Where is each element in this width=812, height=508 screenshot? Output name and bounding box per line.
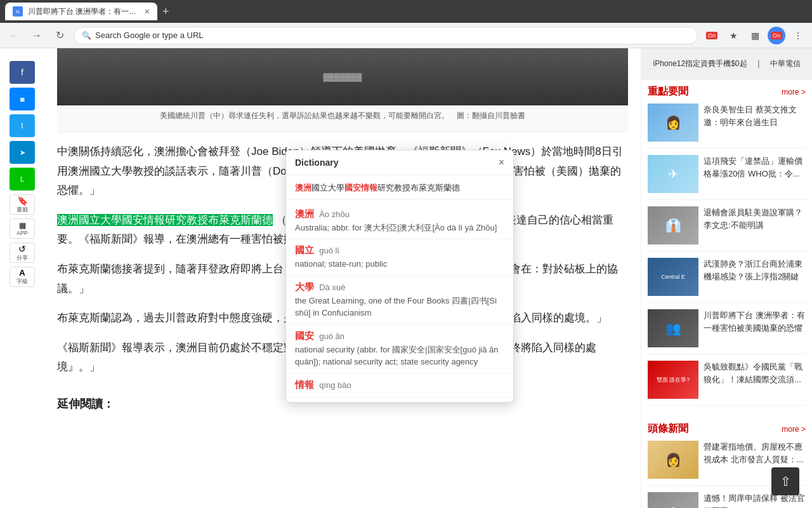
hot-news-thumb-5: 👥 xyxy=(648,309,698,347)
dict-word-4: 國安 guó ān xyxy=(295,330,504,342)
dict-def-2: national; state-run; public xyxy=(295,258,504,271)
profile-badge: On xyxy=(771,32,782,39)
hot-news-header: 重點要聞 more > xyxy=(648,85,806,98)
hot-news-text-4: 武漢肺炎？浙江台商於浦東機場感染？張上淳指2關鍵 xyxy=(704,258,806,296)
headline-thumb-icon-1: 👩 xyxy=(665,452,681,467)
headline-thumb-icon-2: ⚖ xyxy=(667,504,679,508)
hot-news-text-1: 奈良美智生日 蔡英文推文邀：明年來台過生日 xyxy=(704,104,806,142)
article-header-image: ▓▓▓▓▓▓▓ xyxy=(57,48,628,105)
headline-news-thumb-2: ⚖ xyxy=(648,492,698,508)
dict-word-cn-5: 情報 xyxy=(295,379,314,390)
hot-news-item-4[interactable]: Central E 武漢肺炎？浙江台商於浦東機場感染？張上淳指2關鍵 xyxy=(648,258,806,303)
right-sidebar: iPhone12指定資費手機$0起 ｜ 中華電信 重點要聞 more > 👩 奈… xyxy=(641,48,812,508)
dict-def-4: national security (abbr. for 國家安全|国家安全[g… xyxy=(295,344,504,368)
news-thumb-icon-1: 👩 xyxy=(665,115,681,130)
ad-text: iPhone12指定資費手機$0起 ｜ 中華電信 xyxy=(653,58,800,69)
phrase-part-1: 澳洲 xyxy=(295,183,311,192)
cast-button[interactable]: ▩ xyxy=(746,27,764,44)
back-to-top-button[interactable]: ⇧ xyxy=(771,467,799,495)
hot-news-thumb-3: 👔 xyxy=(648,206,698,244)
browser-frame: N 川普即將下台 澳洲學者：有一種... × + ← → ↻ 🔍 Search … xyxy=(0,0,812,508)
share-label: 分享 xyxy=(16,254,28,262)
app-label: APP xyxy=(16,230,28,236)
hot-news-text-6: 吳毓致觀點》令國民黨「戰狼化」！凍結國際交流須... xyxy=(704,361,806,399)
hot-news-thumb-1: 👩 xyxy=(648,104,698,142)
page-content: f ◙ t ➤ L 🔖 書籤 ▦ APP ↺ 分享 A 字級 xyxy=(0,48,812,508)
headline-news-thumb-1: 👩 xyxy=(648,441,698,479)
reload-button[interactable]: ↻ xyxy=(51,27,69,44)
hot-news-text-5: 川普即將下台 澳洲學者：有一種害怕被美國拋棄的恐懼 xyxy=(704,309,806,347)
tab-close-button[interactable]: × xyxy=(145,6,150,17)
hot-news-item-6[interactable]: 雙面 誰在爭? 吳毓致觀點》令國民黨「戰狼化」！凍結國際交流須... xyxy=(648,361,806,406)
dict-entry-1: 澳洲 Ào zhōu Australia; abbr. for 澳大利亞|澳大利… xyxy=(286,203,513,240)
headline-news-more[interactable]: more > xyxy=(782,425,806,434)
dict-pinyin-1: Ào zhōu xyxy=(319,210,350,219)
hot-news-item-3[interactable]: 👔 退輔會派員駐美遊說軍購？李文忠:不能明講 xyxy=(648,206,806,251)
extensions-button[interactable]: On xyxy=(703,27,721,44)
dict-selected-phrase: 澳洲國立大學國安情報研究教授布萊克斯蘭德 xyxy=(286,175,513,199)
address-bar[interactable]: 🔍 Search Google or type a URL xyxy=(74,27,698,44)
news-thumb-icon-3: 👔 xyxy=(665,218,681,233)
sidebar-advertisement: iPhone12指定資費手機$0起 ｜ 中華電信 xyxy=(641,48,812,80)
telegram-share-button[interactable]: ➤ xyxy=(10,141,35,164)
bookmark-button[interactable]: ★ xyxy=(724,27,742,44)
facebook-share-button[interactable]: f xyxy=(10,61,35,84)
line-share-button[interactable]: L xyxy=(10,168,35,190)
news-thumb-icon-6: 雙面 誰在爭? xyxy=(655,375,691,385)
hot-news-item-2[interactable]: ✈ 這項飛安「違禁品」運輸價格暴漲20倍 WHO批：令... xyxy=(648,155,806,200)
phrase-part-2: 國立大學 xyxy=(311,183,344,192)
news-thumb-icon-5: 👥 xyxy=(665,321,681,336)
phrase-part-5: 研究教授 xyxy=(377,183,410,192)
news-thumb-icon-2: ✈ xyxy=(668,166,679,182)
bookmark-label: 書籤 xyxy=(16,206,28,214)
headline-news-header: 頭條新聞 more > xyxy=(648,422,806,436)
profile-button[interactable]: On xyxy=(768,27,785,44)
browser-tab[interactable]: N 川普即將下台 澳洲學者：有一種... × xyxy=(5,3,157,20)
dict-word-5: 情報 qíng bào xyxy=(295,379,504,391)
app-button[interactable]: ▦ APP xyxy=(10,218,35,239)
hot-news-section: 重點要聞 more > 👩 奈良美智生日 蔡英文推文邀：明年來台過生日 ✈ 這項… xyxy=(641,80,812,417)
phrase-part-6: 布萊克斯蘭德 xyxy=(410,183,460,192)
hot-news-text-3: 退輔會派員駐美遊說軍購？李文忠:不能明講 xyxy=(704,206,806,244)
hot-news-text-2: 這項飛安「違禁品」運輸價格暴漲20倍 WHO批：令... xyxy=(704,155,806,193)
social-sidebar: f ◙ t ➤ L 🔖 書籤 ▦ APP ↺ 分享 A 字級 xyxy=(0,48,44,508)
dict-word-2: 國立 guó lì xyxy=(295,244,504,257)
tab-title: 川普即將下台 澳洲學者：有一種... xyxy=(28,6,140,17)
dict-pinyin-4: guó ān xyxy=(319,331,344,341)
address-text: Search Google or type a URL xyxy=(95,30,690,40)
hot-news-item-1[interactable]: 👩 奈良美智生日 蔡英文推文邀：明年來台過生日 xyxy=(648,104,806,149)
dict-word-cn-1: 澳洲 xyxy=(295,208,314,219)
dict-word-1: 澳洲 Ào zhōu xyxy=(295,208,504,220)
font-size-button[interactable]: A 字級 xyxy=(10,267,35,287)
hot-news-item-5[interactable]: 👥 川普即將下台 澳洲學者：有一種害怕被美國拋棄的恐懼 xyxy=(648,309,806,354)
twitter-share-button[interactable]: t xyxy=(10,114,35,137)
dict-pinyin-5: qíng bào xyxy=(319,380,351,390)
main-article: ▓▓▓▓▓▓▓ 美國總統川普（中）尋求連任失利，選舉訴訟結果也越來越不樂觀，可能… xyxy=(44,48,641,508)
forward-button[interactable]: → xyxy=(28,27,46,44)
messenger-share-button[interactable]: ◙ xyxy=(10,88,35,110)
toolbar-right: On ★ ▩ On ⋮ xyxy=(703,27,807,44)
menu-button[interactable]: ⋮ xyxy=(789,27,807,44)
highlighted-professor-name[interactable]: 澳洲國立大學國安情報研究教授布萊克斯蘭德 xyxy=(57,214,273,226)
dict-pinyin-2: guó lì xyxy=(319,246,339,255)
image-caption: 美國總統川普（中）尋求連任失利，選舉訴訟結果也越來越不樂觀，可能要離開白宮。 圖… xyxy=(57,105,628,132)
dict-pinyin-3: Dà xué xyxy=(319,283,345,292)
dict-def-3: the Great Learning, one of the Four Book… xyxy=(295,295,504,319)
news-thumb-icon-4: Central E xyxy=(661,274,685,280)
dict-close-button[interactable]: × xyxy=(499,157,504,168)
share-button[interactable]: ↺ 分享 xyxy=(10,243,35,263)
dictionary-popup: Dictionary × 澳洲國立大學國安情報研究教授布萊克斯蘭德 澳洲 Ào … xyxy=(285,150,514,403)
browser-toolbar: ← → ↻ 🔍 Search Google or type a URL On ★… xyxy=(0,23,812,48)
bookmark-save-button[interactable]: 🔖 書籤 xyxy=(10,194,35,215)
hot-news-more[interactable]: more > xyxy=(782,88,806,97)
hot-news-thumb-6: 雙面 誰在爭? xyxy=(648,361,698,399)
dict-entry-3: 大學 Dà xué the Great Learning, one of the… xyxy=(286,276,513,325)
search-icon: 🔍 xyxy=(82,31,91,40)
tab-favicon: N xyxy=(13,6,23,17)
dict-def-1: Australia; abbr. for 澳大利亞|澳大利亚[Ào dà lì … xyxy=(295,222,504,234)
dict-entries: 澳洲 Ào zhōu Australia; abbr. for 澳大利亞|澳大利… xyxy=(286,199,513,402)
dict-word-cn-3: 大學 xyxy=(295,281,314,292)
back-button[interactable]: ← xyxy=(5,27,23,44)
hot-news-thumb-4: Central E xyxy=(648,258,698,296)
new-tab-button[interactable]: + xyxy=(162,5,169,18)
